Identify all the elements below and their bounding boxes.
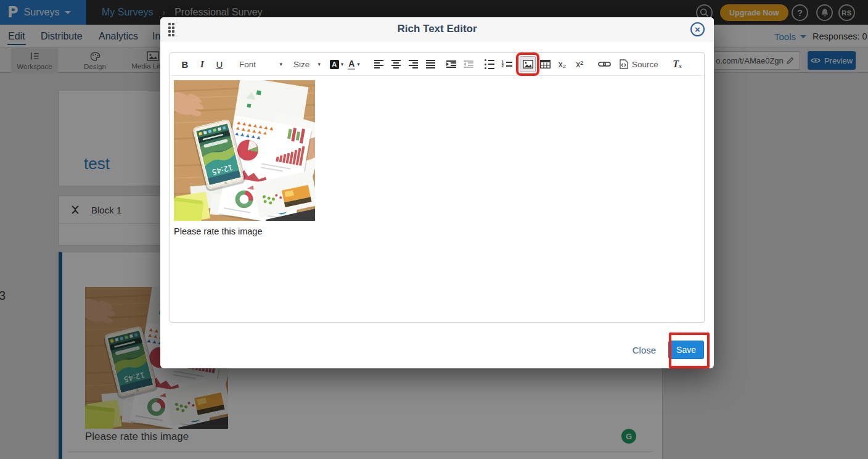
numbered-list-icon	[502, 61, 512, 68]
editor-photo[interactable]	[174, 80, 315, 221]
close-icon[interactable]: ×	[690, 22, 705, 36]
align-justify-button[interactable]	[422, 56, 438, 72]
outdent-icon	[464, 60, 473, 68]
italic-button[interactable]: I	[194, 56, 210, 72]
chevron-down-icon: ▾	[357, 61, 360, 67]
align-right-icon	[409, 60, 418, 68]
superscript-button[interactable]: x²	[571, 56, 588, 72]
underline-button[interactable]: U	[211, 56, 227, 72]
editor-toolbar: B I U Font ▾ Size ▾ A ▾	[170, 53, 704, 76]
bulleted-list-button[interactable]	[481, 56, 497, 72]
rich-text-editor-modal: Rich Text Editor × B I U Font ▾ Size ▾	[160, 17, 714, 368]
editor-text[interactable]: Please rate this image	[174, 226, 700, 236]
indent-icon	[446, 60, 456, 68]
modal-header: Rich Text Editor ×	[160, 17, 714, 41]
subscript-button[interactable]: x₂	[554, 56, 570, 72]
background-color-button[interactable]: A ▾	[329, 56, 345, 72]
insert-image-button[interactable]	[520, 56, 536, 72]
remove-format-button[interactable]: Tₓ	[669, 56, 686, 72]
increase-indent-button[interactable]	[443, 56, 459, 72]
text-color-icon: A	[348, 59, 355, 70]
numbered-list-button[interactable]	[499, 56, 515, 72]
chevron-down-icon: ▾	[317, 61, 321, 67]
link-icon	[598, 60, 611, 68]
background-color-icon: A	[330, 60, 339, 69]
editor-content[interactable]: Please rate this image	[170, 76, 704, 241]
table-icon	[540, 60, 551, 68]
align-left-button[interactable]	[371, 56, 387, 72]
size-label: Size	[293, 60, 309, 69]
decrease-indent-button[interactable]	[461, 56, 477, 72]
source-button[interactable]: Source	[617, 56, 661, 72]
font-dropdown[interactable]: Font ▾	[236, 56, 285, 72]
insert-table-button[interactable]	[537, 56, 553, 72]
image-icon	[523, 60, 533, 68]
align-center-icon	[391, 60, 401, 68]
rich-text-editor: B I U Font ▾ Size ▾ A ▾	[170, 52, 705, 323]
insert-link-button[interactable]	[596, 56, 612, 72]
bulleted-list-icon	[485, 59, 494, 70]
source-label: Source	[632, 60, 658, 69]
align-left-icon	[374, 60, 383, 68]
modal-title: Rich Text Editor	[160, 17, 714, 41]
align-center-button[interactable]	[388, 56, 404, 72]
chevron-down-icon: ▾	[279, 61, 282, 67]
save-button[interactable]: Save	[668, 341, 704, 359]
font-label: Font	[239, 60, 256, 69]
chevron-down-icon: ▾	[341, 61, 344, 67]
size-dropdown[interactable]: Size ▾	[290, 56, 324, 72]
modal-footer: Close Save	[633, 341, 704, 359]
text-color-button[interactable]: A ▾	[346, 56, 362, 72]
source-code-icon	[620, 59, 628, 69]
align-right-button[interactable]	[405, 56, 421, 72]
bold-button[interactable]: B	[177, 56, 193, 72]
align-justify-icon	[426, 60, 435, 68]
close-button[interactable]: Close	[633, 345, 656, 355]
app-window: P Surveys My Surveys › Professional Surv…	[0, 0, 868, 459]
